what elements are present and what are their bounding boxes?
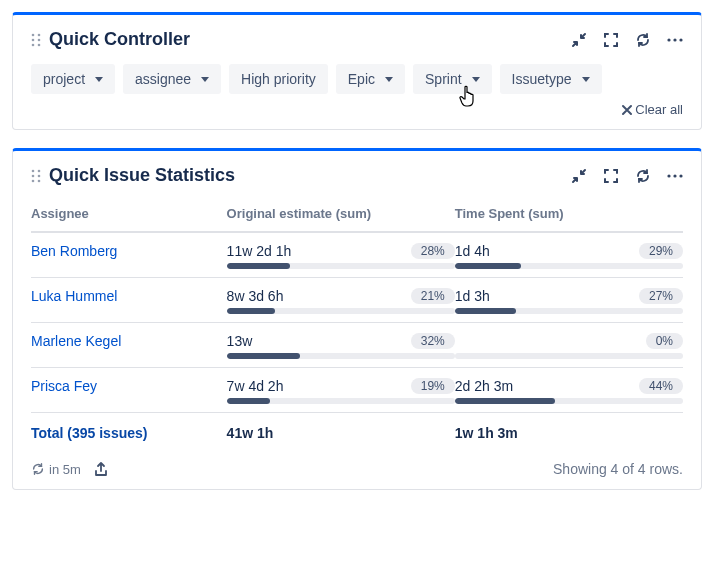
more-icon[interactable] — [667, 174, 683, 178]
collapse-icon[interactable] — [571, 168, 587, 184]
assignee-link[interactable]: Prisca Fey — [31, 378, 97, 394]
time-spent-bar — [455, 353, 683, 359]
refresh-icon[interactable] — [635, 32, 651, 48]
time-spent-bar — [455, 263, 683, 269]
filter-high-priority[interactable]: High priority — [229, 64, 328, 94]
chevron-down-icon — [385, 77, 393, 82]
filter-row: project assignee High priority Epic Spri… — [31, 64, 683, 94]
assignee-link[interactable]: Ben Romberg — [31, 243, 117, 259]
svg-point-13 — [32, 179, 35, 182]
original-estimate-bar — [227, 308, 455, 314]
refresh-in-label: in 5m — [49, 462, 81, 477]
quick-stats-card: Quick Issue Statistics Assignee Original… — [12, 148, 702, 490]
table-row: Luka Hummel8w 3d 6h21%1d 3h27% — [31, 278, 683, 323]
svg-point-2 — [32, 38, 35, 41]
chevron-down-icon — [201, 77, 209, 82]
total-row: Total (395 issues) 41w 1h 1w 1h 3m — [31, 413, 683, 450]
time-spent-pct: 44% — [639, 378, 683, 394]
card-footer: in 5m Showing 4 of 4 rows. — [31, 461, 683, 477]
original-estimate-bar — [227, 398, 455, 404]
time-spent-pct: 27% — [639, 288, 683, 304]
refresh-icon[interactable] — [635, 168, 651, 184]
svg-point-15 — [667, 174, 670, 177]
original-estimate-pct: 28% — [411, 243, 455, 259]
filter-sprint[interactable]: Sprint — [413, 64, 492, 94]
original-estimate-value: 8w 3d 6h — [227, 288, 284, 304]
table-row: Marlene Kegel13w32%0% — [31, 323, 683, 368]
svg-point-3 — [38, 38, 41, 41]
svg-point-16 — [673, 174, 676, 177]
table-row: Ben Romberg11w 2d 1h28%1d 4h29% — [31, 232, 683, 278]
filter-sprint-label: Sprint — [425, 71, 462, 87]
filter-assignee[interactable]: assignee — [123, 64, 221, 94]
time-spent-value: 2d 2h 3m — [455, 378, 513, 394]
quick-controller-card: Quick Controller project assignee — [12, 12, 702, 130]
chevron-down-icon — [472, 77, 480, 82]
original-estimate-pct: 21% — [411, 288, 455, 304]
card-header: Quick Issue Statistics — [31, 165, 683, 186]
svg-point-5 — [38, 43, 41, 46]
time-spent-value: 1d 4h — [455, 243, 490, 259]
svg-point-8 — [679, 38, 682, 41]
original-estimate-bar — [227, 263, 455, 269]
chevron-down-icon — [582, 77, 590, 82]
total-label: Total (395 issues) — [31, 413, 227, 450]
assignee-link[interactable]: Marlene Kegel — [31, 333, 121, 349]
time-spent-bar — [455, 398, 683, 404]
original-estimate-value: 13w — [227, 333, 253, 349]
drag-handle-icon[interactable] — [31, 33, 41, 47]
svg-point-4 — [32, 43, 35, 46]
original-estimate-pct: 32% — [411, 333, 455, 349]
refresh-countdown[interactable]: in 5m — [31, 462, 81, 477]
time-spent-pct: 0% — [646, 333, 683, 349]
col-header-assignee[interactable]: Assignee — [31, 200, 227, 232]
filter-epic[interactable]: Epic — [336, 64, 405, 94]
filter-project-label: project — [43, 71, 85, 87]
svg-point-0 — [32, 33, 35, 36]
clear-all-button[interactable]: Clear all — [621, 102, 683, 117]
original-estimate-value: 7w 4d 2h — [227, 378, 284, 394]
fullscreen-icon[interactable] — [603, 168, 619, 184]
quick-stats-title: Quick Issue Statistics — [49, 165, 235, 186]
drag-handle-icon[interactable] — [31, 169, 41, 183]
svg-point-7 — [673, 38, 676, 41]
collapse-icon[interactable] — [571, 32, 587, 48]
table-row: Prisca Fey7w 4d 2h19%2d 2h 3m44% — [31, 368, 683, 413]
filter-epic-label: Epic — [348, 71, 375, 87]
time-spent-pct: 29% — [639, 243, 683, 259]
original-estimate-value: 11w 2d 1h — [227, 243, 292, 259]
svg-point-1 — [38, 33, 41, 36]
stats-table: Assignee Original estimate (sum) Time Sp… — [31, 200, 683, 449]
svg-point-17 — [679, 174, 682, 177]
original-estimate-pct: 19% — [411, 378, 455, 394]
total-spent: 1w 1h 3m — [455, 413, 683, 450]
svg-point-9 — [32, 169, 35, 172]
filter-high-priority-label: High priority — [241, 71, 316, 87]
more-icon[interactable] — [667, 38, 683, 42]
svg-point-10 — [38, 169, 41, 172]
col-header-spent[interactable]: Time Spent (sum) — [455, 200, 683, 232]
chevron-down-icon — [95, 77, 103, 82]
filter-issuetype[interactable]: Issuetype — [500, 64, 602, 94]
fullscreen-icon[interactable] — [603, 32, 619, 48]
filter-project[interactable]: project — [31, 64, 115, 94]
clear-all-label: Clear all — [635, 102, 683, 117]
filter-assignee-label: assignee — [135, 71, 191, 87]
time-spent-bar — [455, 308, 683, 314]
col-header-original[interactable]: Original estimate (sum) — [227, 200, 455, 232]
svg-point-12 — [38, 174, 41, 177]
time-spent-value: 1d 3h — [455, 288, 490, 304]
export-icon[interactable] — [93, 461, 109, 477]
quick-controller-title: Quick Controller — [49, 29, 190, 50]
svg-point-11 — [32, 174, 35, 177]
original-estimate-bar — [227, 353, 455, 359]
svg-point-6 — [667, 38, 670, 41]
filter-issuetype-label: Issuetype — [512, 71, 572, 87]
showing-rows-label: Showing 4 of 4 rows. — [553, 461, 683, 477]
assignee-link[interactable]: Luka Hummel — [31, 288, 117, 304]
total-original: 41w 1h — [227, 413, 455, 450]
svg-point-14 — [38, 179, 41, 182]
card-header: Quick Controller — [31, 29, 683, 50]
